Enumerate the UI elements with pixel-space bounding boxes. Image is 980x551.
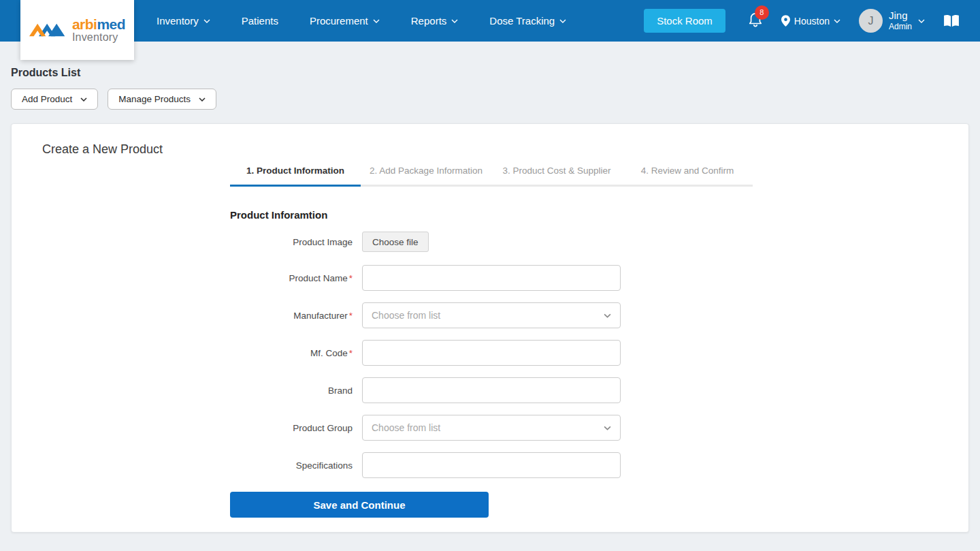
user-role: Admin (889, 22, 912, 32)
logo-text-med: med (97, 16, 125, 32)
add-product-button[interactable]: Add Product (11, 89, 98, 110)
brand-input[interactable] (362, 377, 621, 403)
chevron-down-icon (199, 97, 206, 101)
select-placeholder: Choose from list (372, 310, 440, 321)
chevron-down-icon (373, 19, 380, 23)
stock-room-button[interactable]: Stock Room (644, 9, 725, 33)
user-name: Jing (889, 10, 912, 22)
nav-item-reports[interactable]: Reports (411, 15, 459, 27)
avatar: J (859, 9, 883, 33)
logo-text-arbi: arbi (72, 16, 97, 32)
main-nav: Inventory Patients Procurement Reports D… (157, 15, 566, 27)
chevron-down-icon (203, 19, 210, 23)
navbar-right: Stock Room 8 Houston J Jing Admin (644, 9, 960, 33)
required-marker: * (349, 348, 353, 358)
top-navbar: arbimed Inventory Inventory Patients Pro… (0, 0, 980, 42)
form-row-specifications: Specifications (230, 452, 948, 478)
form-row-product-image: Product Image Choose file (230, 232, 948, 252)
section-title: Product Inforamtion (230, 209, 948, 221)
notification-count-badge: 8 (755, 5, 769, 20)
tab-review-and-confirm[interactable]: 4. Review and Confirm (622, 157, 753, 187)
product-group-select[interactable]: Choose from list (362, 415, 621, 441)
form-row-brand: Brand (230, 377, 948, 403)
form-row-product-name: Product Name* (230, 265, 948, 291)
nav-item-inventory[interactable]: Inventory (157, 15, 210, 27)
chevron-down-icon (604, 426, 611, 430)
card-title: Create a New Product (42, 142, 948, 157)
app-logo[interactable]: arbimed Inventory (20, 0, 134, 60)
field-label: Specifications (230, 460, 362, 471)
tab-product-information[interactable]: 1. Product Information (230, 157, 361, 187)
choose-file-button[interactable]: Choose file (362, 232, 429, 252)
user-menu[interactable]: J Jing Admin (859, 9, 925, 33)
chevron-down-icon (80, 97, 87, 101)
form-row-manufacturer: Manufacturer* Choose from list (230, 302, 948, 328)
field-label: Product Group (230, 423, 362, 433)
chevron-down-icon (918, 19, 925, 23)
field-label: Manufacturer* (230, 311, 362, 321)
field-label: Brand (230, 385, 362, 396)
wizard-tabs: 1. Product Information 2. Add Package In… (230, 157, 948, 187)
field-label: Product Name* (230, 273, 362, 283)
nav-item-patients[interactable]: Patients (242, 15, 278, 27)
form-row-mf-code: Mf. Code* (230, 340, 948, 366)
field-label: Mf. Code* (230, 348, 362, 358)
specifications-input[interactable] (362, 452, 621, 478)
page-header: Products List Add Product Manage Product… (0, 67, 980, 110)
nav-item-procurement[interactable]: Procurement (310, 15, 380, 27)
chevron-down-icon (834, 19, 840, 23)
logo-mountains-icon (29, 18, 67, 42)
nav-item-dose-tracking[interactable]: Dose Tracking (489, 15, 566, 27)
form-row-product-group: Product Group Choose from list (230, 415, 948, 441)
manage-products-button[interactable]: Manage Products (108, 89, 216, 110)
chevron-down-icon (559, 19, 566, 23)
tab-product-cost-supplier[interactable]: 3. Product Cost & Supplier (491, 157, 622, 187)
location-label: Houston (794, 16, 830, 27)
page-title: Products List (11, 67, 969, 79)
logo-text: arbimed Inventory (72, 17, 125, 43)
create-product-card: Create a New Product 1. Product Informat… (11, 123, 969, 533)
chevron-down-icon (451, 19, 458, 23)
required-marker: * (349, 273, 353, 283)
logo-subtext: Inventory (72, 32, 125, 43)
chevron-down-icon (604, 313, 611, 318)
location-selector[interactable]: Houston (781, 15, 840, 27)
save-and-continue-button[interactable]: Save and Continue (230, 492, 489, 518)
open-book-icon (943, 14, 960, 28)
product-name-input[interactable] (362, 265, 621, 291)
required-marker: * (349, 311, 353, 321)
location-pin-icon (781, 15, 790, 27)
mf-code-input[interactable] (362, 340, 621, 366)
field-label: Product Image (230, 237, 362, 247)
help-docs-button[interactable] (943, 14, 960, 28)
select-placeholder: Choose from list (372, 422, 440, 433)
tab-add-package-information[interactable]: 2. Add Package Information (361, 157, 491, 187)
manufacturer-select[interactable]: Choose from list (362, 302, 621, 328)
notifications-button[interactable]: 8 (748, 12, 763, 31)
